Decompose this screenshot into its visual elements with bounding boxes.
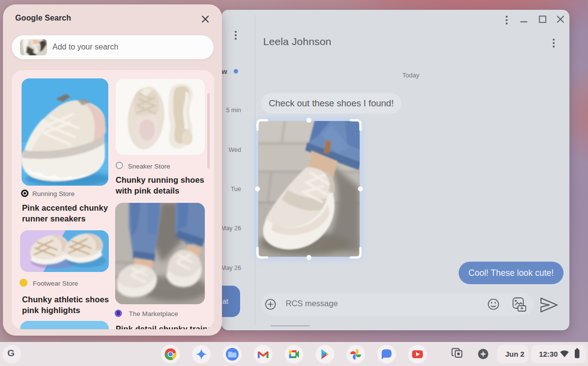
- svg-text:12:30: 12:30: [539, 350, 558, 358]
- svg-text:Jun 2: Jun 2: [505, 350, 524, 358]
